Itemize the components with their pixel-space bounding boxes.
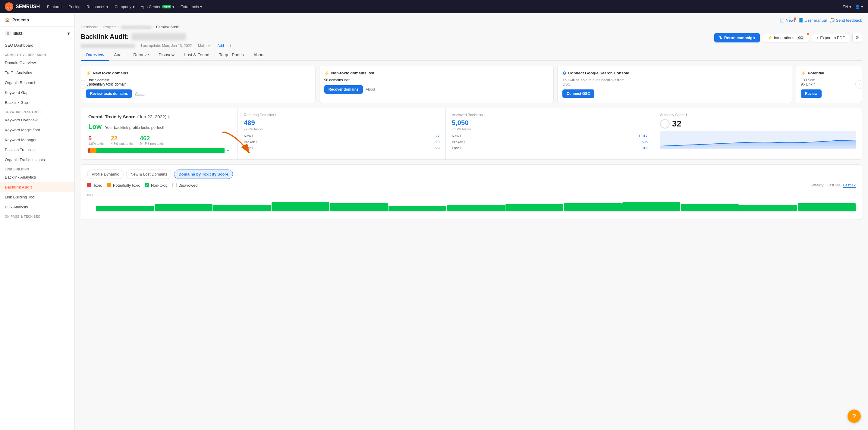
tab-disavow[interactable]: Disavow	[154, 49, 179, 61]
sidebar-item-keyword-magic[interactable]: Keyword Magic Tool	[0, 125, 74, 135]
news-link[interactable]: 📄 News	[780, 18, 796, 23]
sidebar-item-organic-research[interactable]: Organic Research	[0, 78, 74, 88]
analyzed-info[interactable]: ℹ	[484, 113, 486, 117]
logo[interactable]: 🦊 SEMRUSH	[5, 2, 40, 11]
connect-gsc-button[interactable]: Connect GSC	[562, 90, 594, 98]
nav-pricing[interactable]: Pricing	[68, 4, 81, 9]
tab-about[interactable]: About	[249, 49, 270, 61]
sidebar-item-keyword-manager[interactable]: Keyword Manager	[0, 135, 74, 145]
new-info-icon[interactable]: ℹ	[252, 134, 253, 138]
integrations-button[interactable]: ⚡ Integrations 0/3	[763, 33, 809, 42]
tab-audit[interactable]: Audit	[109, 49, 128, 61]
alert-title-toxic: ⚡ New toxic domains	[86, 71, 310, 75]
non-toxic-checkbox[interactable]: ✓	[145, 183, 149, 187]
chart-bars	[87, 193, 856, 211]
score-numbers: 5 1.0% toxic 22 4.5% pot. toxic 462 94.5…	[88, 135, 230, 145]
sidebar-item-bulk-analysis[interactable]: Bulk Analysis	[0, 202, 74, 212]
filter-pot-toxic[interactable]: Potentially toxic	[107, 183, 140, 188]
lost-info-icon[interactable]: ℹ	[252, 146, 253, 150]
chart-bar	[447, 205, 505, 211]
nav-features[interactable]: Features	[47, 4, 62, 9]
sidebar-item-keyword-gap[interactable]: Keyword Gap	[0, 88, 74, 98]
nav-app-center[interactable]: App Center NEW ▾	[141, 4, 175, 9]
sidebar-item-traffic-analytics[interactable]: Traffic Analytics	[0, 68, 74, 78]
referring-domains-rows: New ℹ 27 Broken ℹ 90	[244, 134, 439, 150]
help-button[interactable]: ?	[847, 409, 861, 423]
export-pdf-button[interactable]: ↑ Export to PDF	[812, 33, 849, 42]
tab-target-pages[interactable]: Target Pages	[214, 49, 249, 61]
sidebar-item-keyword-overview[interactable]: Keyword Overview	[0, 115, 74, 125]
bl-new-info-icon[interactable]: ℹ	[460, 134, 461, 138]
sidebar-item-link-building-tool[interactable]: Link Building Tool	[0, 192, 74, 202]
tab-overview[interactable]: Overview	[81, 49, 109, 61]
referring-domains-info[interactable]: ℹ	[275, 113, 276, 117]
chevron-down-icon: ▾	[849, 4, 851, 9]
review-toxic-button[interactable]: Review toxic domains	[86, 90, 132, 98]
sidebar-item-seo-dashboard[interactable]: SEO Dashboard	[0, 40, 74, 50]
sidebar-item-position-tracking[interactable]: Position Tracking	[0, 145, 74, 155]
sidebar-item-backlink-gap[interactable]: Backlink Gap	[0, 98, 74, 107]
disavowed-checkbox[interactable]	[173, 183, 177, 187]
tab-new-lost-domains[interactable]: New & Lost Domains	[126, 169, 172, 179]
settings-button[interactable]: ⚙	[852, 33, 862, 42]
filter-disavowed[interactable]: Disavowed	[173, 183, 198, 188]
review-potential-button[interactable]: Review	[801, 90, 822, 98]
refresh-icon: ↻	[719, 36, 722, 40]
score-info-icon[interactable]: ℹ	[168, 115, 169, 119]
chart-area: 600	[87, 191, 856, 215]
filter-non-toxic[interactable]: ✓ Non-toxic	[145, 183, 167, 188]
bl-lost-info-icon[interactable]: ℹ	[460, 146, 461, 150]
app-center-badge: NEW	[162, 5, 171, 8]
time-last-3m[interactable]: Last 3M	[827, 183, 840, 187]
sidebar-seo[interactable]: ⚙ SEO ▾	[0, 27, 74, 40]
alert-desc-gsc: You will be able to audit backlinks from…	[562, 78, 787, 87]
authority-chart	[660, 131, 856, 149]
send-feedback-link[interactable]: 💬 Send feedback	[830, 18, 862, 23]
filter-toxic[interactable]: Toxic	[87, 183, 102, 188]
alert-desc-potential: 139 Sam... 95 Link n...	[801, 78, 857, 87]
rerun-campaign-button[interactable]: ↻ Rerun campaign	[714, 33, 760, 42]
sidebar-projects[interactable]: 🏠 Projects	[0, 13, 74, 27]
sidebar-section-link-building: LINK BUILDING	[0, 165, 74, 172]
mailbox-info-icon[interactable]: ℹ	[230, 44, 231, 48]
nav-language[interactable]: EN ▾	[843, 4, 851, 9]
sidebar-item-organic-insights[interactable]: Organic Traffic Insights	[0, 155, 74, 165]
sidebar-item-domain-overview[interactable]: Domain Overview	[0, 58, 74, 68]
about-nontoxic-button[interactable]: About	[366, 87, 375, 92]
nav-company[interactable]: Company ▾	[115, 4, 135, 9]
recover-domains-button[interactable]: Recover domains	[324, 85, 363, 94]
bl-broken-info-icon[interactable]: ℹ	[464, 140, 465, 144]
sidebar-item-backlink-audit[interactable]: Backlink Audit	[0, 182, 74, 192]
top-navigation: 🦊 SEMRUSH Features Pricing Resources ▾ C…	[0, 0, 868, 13]
user-manual-link[interactable]: 📘 User manual	[799, 18, 827, 23]
broken-info-icon[interactable]: ℹ	[256, 140, 257, 144]
tab-lost-found[interactable]: Lost & Found	[179, 49, 214, 61]
chart-bar	[389, 206, 446, 211]
referring-broken-row: Broken ℹ 90	[244, 140, 439, 144]
pot-toxic-checkbox[interactable]	[107, 183, 111, 187]
breadcrumb-dashboard[interactable]: Dashboard	[81, 25, 98, 29]
sidebar-item-backlink-analytics[interactable]: Backlink Analytics	[0, 172, 74, 182]
sidebar-section-keyword: KEYWORD RESEARCH	[0, 107, 74, 115]
nav-items: Features Pricing Resources ▾ Company ▾ A…	[47, 4, 835, 9]
score-left: Overall Toxicity Score (Jun 22, 2022) ℹ …	[81, 108, 238, 159]
breadcrumb: Dashboard › Projects › › Backlink Audit	[81, 25, 862, 29]
about-toxic-button[interactable]: About	[135, 92, 144, 96]
main-layout: 🏠 Projects ⚙ SEO ▾ SEO Dashboard COMPETI…	[0, 13, 868, 430]
authority-info[interactable]: ℹ	[686, 113, 687, 117]
referring-new-row: New ℹ 27	[244, 134, 439, 138]
mailbox-add-link[interactable]: Add	[217, 44, 224, 48]
time-last-12[interactable]: Last 12	[843, 183, 856, 188]
chart-bar	[96, 206, 154, 211]
nav-extra-tools[interactable]: Extra tools ▾	[181, 4, 202, 9]
nav-user[interactable]: 👤 ▾	[855, 4, 863, 9]
export-icon: ↑	[816, 36, 818, 40]
tab-remove[interactable]: Remove	[128, 49, 154, 61]
breadcrumb-projects[interactable]: Projects	[103, 25, 116, 29]
tab-profile-dynamic[interactable]: Profile Dynamic	[87, 169, 124, 179]
carousel-next-button[interactable]: ›	[855, 80, 862, 89]
toxic-checkbox[interactable]	[87, 183, 91, 187]
chart-bar	[622, 202, 680, 211]
nav-resources[interactable]: Resources ▾	[87, 4, 108, 9]
tab-domains-toxicity[interactable]: Domains by Toxicity Score	[174, 169, 233, 179]
